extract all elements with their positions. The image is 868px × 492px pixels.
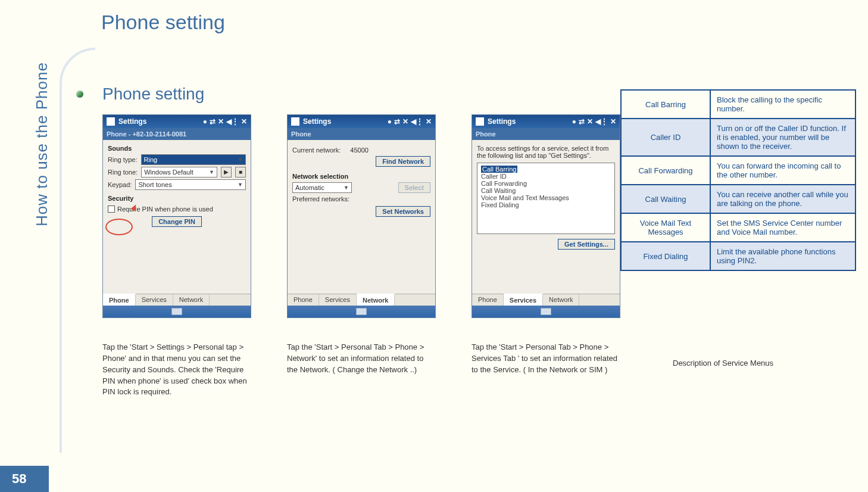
network-selection-combo[interactable]: Automatic ▼: [292, 182, 352, 193]
caption-2: Tap the 'Start > Personal Tab > Phone > …: [287, 342, 436, 376]
tab-phone[interactable]: Phone: [103, 294, 136, 306]
tab-phone[interactable]: Phone: [288, 294, 319, 306]
keyboard-icon[interactable]: [541, 308, 551, 315]
chevron-down-icon: ▼: [344, 185, 349, 191]
network-selection-heading: Network selection: [292, 173, 430, 180]
select-button: Select: [398, 182, 430, 193]
list-item[interactable]: Call Forwarding: [481, 180, 611, 187]
keypad-label: Keypad:: [108, 181, 132, 188]
bottombar: [103, 306, 251, 317]
bullet-icon: [76, 91, 83, 98]
page-number: 58: [0, 466, 49, 492]
volume-icon: ◀⋮: [595, 117, 608, 126]
list-item[interactable]: Voice Mail and Text Messages: [481, 194, 611, 201]
annotation-circle: [105, 219, 133, 235]
lock-icon: ✕: [218, 117, 224, 126]
keyboard-icon[interactable]: [171, 308, 182, 315]
windows-icon: [107, 117, 115, 126]
current-network-value: 45000: [350, 147, 369, 154]
network-selection-value: Automatic: [295, 184, 324, 191]
caption-1: Tap the 'Start > Settings > Personal tap…: [102, 342, 251, 398]
service-name: Voice Mail Text Messages: [621, 213, 710, 242]
tab-services[interactable]: Services: [504, 294, 543, 306]
tab-network[interactable]: Network: [543, 294, 579, 306]
service-name: Call Barring: [621, 90, 710, 119]
list-item[interactable]: Fixed Dialing: [481, 201, 611, 208]
current-network-label: Current network:: [292, 147, 341, 154]
ring-type-combo[interactable]: Ring ▼: [141, 154, 246, 165]
screenshots-row: Settings ● ⇄ ✕ ◀⋮ ✕ Phone - +82-10-2114-…: [102, 114, 620, 398]
titlebar-text: Settings: [118, 117, 146, 126]
table-row: Caller ID Turn on or off the Caller ID f…: [621, 119, 855, 156]
device-phone-sounds: Settings ● ⇄ ✕ ◀⋮ ✕ Phone - +82-10-2114-…: [102, 114, 251, 318]
keypad-value: Short tones: [138, 181, 171, 188]
ring-tone-value: Windows Default: [144, 169, 193, 176]
list-item[interactable]: Call Waiting: [481, 187, 611, 194]
instructions: To access settings for a service, select…: [477, 145, 615, 159]
device-services: Settings ● ⇄ ✕ ◀⋮ ✕ Phone To access sett…: [472, 114, 620, 318]
table-row: Call Barring Block the calling to the sp…: [621, 90, 855, 119]
ring-tone-label: Ring tone:: [108, 169, 138, 176]
ring-type-value: Ring: [144, 156, 158, 163]
titlebar-text: Settings: [488, 117, 516, 126]
close-icon[interactable]: ✕: [426, 117, 432, 126]
windows-icon: [291, 117, 299, 126]
service-desc: Block the calling to the specific number…: [710, 90, 855, 119]
set-networks-button[interactable]: Set Networks: [376, 206, 430, 217]
checkbox-icon: [108, 205, 115, 213]
change-pin-button[interactable]: Change PIN: [152, 216, 202, 227]
signal-icon: ●: [572, 117, 576, 126]
screenshot-col-2: Settings ● ⇄ ✕ ◀⋮ ✕ Phone Current networ…: [287, 114, 436, 398]
tab-services[interactable]: Services: [319, 294, 357, 306]
sync-icon: ⇄: [394, 117, 400, 126]
sync-icon: ⇄: [210, 117, 216, 126]
subheader: Phone: [288, 128, 435, 140]
tab-network[interactable]: Network: [357, 294, 395, 306]
tab-network[interactable]: Network: [173, 294, 210, 306]
service-name: Call Waiting: [621, 185, 710, 213]
service-name: Fixed Dialing: [621, 242, 710, 270]
body: Sounds Ring type: Ring ▼ Ring tone: Wind…: [103, 140, 251, 294]
service-desc: Limit the available phone functions usin…: [710, 242, 855, 270]
close-icon[interactable]: ✕: [610, 117, 616, 126]
stop-button[interactable]: ■: [235, 167, 246, 178]
caption-3: Tap the 'Start > Personal Tab > Phone > …: [472, 342, 620, 376]
get-settings-button[interactable]: Get Settings...: [558, 239, 615, 250]
tab-services[interactable]: Services: [136, 294, 173, 306]
ring-tone-combo[interactable]: Windows Default ▼: [141, 167, 217, 178]
tabs: Phone Services Network: [288, 294, 435, 306]
table-row: Fixed Dialing Limit the available phone …: [621, 242, 855, 270]
tab-phone[interactable]: Phone: [472, 294, 504, 306]
list-item[interactable]: Call Barring: [481, 166, 517, 173]
service-description-table: Call Barring Block the calling to the sp…: [620, 89, 856, 271]
require-pin-checkbox[interactable]: Require PIN when phone is used: [108, 205, 246, 213]
service-name: Call Forwarding: [621, 156, 710, 185]
ring-type-label: Ring type:: [108, 156, 138, 163]
body: Current network: 45000 Find Network Netw…: [288, 140, 435, 294]
play-button[interactable]: ▶: [221, 167, 232, 178]
chevron-down-icon: ▼: [238, 182, 243, 188]
close-icon[interactable]: ✕: [241, 117, 247, 126]
services-listbox[interactable]: Call Barring Caller ID Call Forwarding C…: [477, 163, 615, 234]
lock-icon: ✕: [587, 117, 593, 126]
keyboard-icon[interactable]: [356, 308, 367, 315]
find-network-button[interactable]: Find Network: [376, 156, 430, 167]
service-desc: You can receive another call while you a…: [710, 185, 855, 213]
keypad-combo[interactable]: Short tones ▼: [135, 179, 246, 190]
list-item[interactable]: Caller ID: [481, 173, 611, 180]
page-title: Phone setting: [101, 11, 225, 34]
service-desc: You can forward the incoming call to the…: [710, 156, 855, 185]
service-name: Caller ID: [621, 119, 710, 156]
titlebar: Settings ● ⇄ ✕ ◀⋮ ✕: [103, 115, 251, 128]
decorative-curve: [60, 48, 95, 453]
system-tray: ● ⇄ ✕ ◀⋮ ✕: [572, 117, 616, 126]
screenshot-col-3: Settings ● ⇄ ✕ ◀⋮ ✕ Phone To access sett…: [472, 114, 620, 398]
system-tray: ● ⇄ ✕ ◀⋮ ✕: [203, 117, 247, 126]
volume-icon: ◀⋮: [411, 117, 423, 126]
security-heading: Security: [108, 195, 246, 202]
signal-icon: ●: [203, 117, 207, 126]
chevron-down-icon: ▼: [238, 157, 243, 163]
bottombar: [472, 306, 620, 317]
tabs: Phone Services Network: [103, 294, 251, 306]
body: To access settings for a service, select…: [472, 140, 620, 294]
